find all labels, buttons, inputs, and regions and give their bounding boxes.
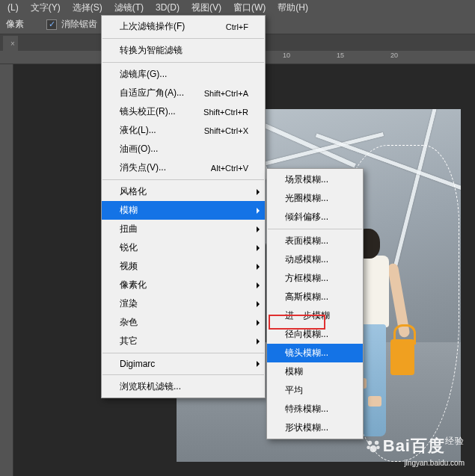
- svg-point-2: [367, 446, 370, 450]
- chevron-right-icon: [257, 301, 260, 307]
- submenu-field-blur[interactable]: 场景模糊...: [267, 170, 363, 189]
- menu-3d[interactable]: 3D(D): [150, 1, 186, 14]
- menu-video[interactable]: 视频: [102, 257, 265, 276]
- menu-separator: [268, 229, 362, 229]
- menu-layer[interactable]: (L): [1, 1, 25, 14]
- menu-view[interactable]: 视图(V): [186, 0, 227, 16]
- watermark: Bai百度经验 jingyan.baidu.com: [365, 435, 465, 467]
- menu-liquify[interactable]: 液化(L)...Shift+Ctrl+X: [102, 121, 265, 140]
- blur-submenu: 场景模糊... 光圈模糊... 倾斜偏移... 表面模糊... 动感模糊... …: [266, 168, 364, 439]
- menu-other[interactable]: 其它: [102, 332, 265, 350]
- menu-separator: [102, 353, 264, 353]
- sample-label: 像素: [6, 18, 24, 31]
- menu-adaptive-wide[interactable]: 自适应广角(A)...Shift+Ctrl+A: [102, 84, 265, 102]
- svg-point-0: [367, 441, 372, 445]
- menu-vanishing-point[interactable]: 消失点(V)...Alt+Ctrl+V: [102, 158, 265, 177]
- paw-icon: [365, 438, 381, 454]
- menu-window[interactable]: 窗口(W): [227, 0, 272, 16]
- chevron-right-icon: [257, 339, 260, 344]
- submenu-tilt-shift[interactable]: 倾斜偏移...: [267, 208, 363, 226]
- menu-oil-paint[interactable]: 油画(O)...: [102, 140, 265, 158]
- chevron-right-icon: [257, 189, 260, 195]
- submenu-iris-blur[interactable]: 光圈模糊...: [267, 189, 363, 208]
- chevron-right-icon: [257, 208, 260, 214]
- submenu-lens-blur[interactable]: 镜头模糊...: [267, 344, 363, 362]
- ruler-vertical: [0, 64, 13, 476]
- chevron-right-icon: [257, 226, 260, 232]
- close-icon[interactable]: ×: [10, 40, 15, 48]
- svg-point-4: [370, 445, 376, 452]
- chevron-right-icon: [257, 245, 260, 251]
- menu-browse-online[interactable]: 浏览联机滤镜...: [102, 377, 265, 396]
- submenu-blur[interactable]: 模糊: [267, 362, 363, 381]
- menu-separator: [102, 374, 264, 375]
- submenu-shape-blur[interactable]: 形状模糊...: [267, 418, 363, 437]
- submenu-motion-blur[interactable]: 动感模糊...: [267, 250, 363, 269]
- menu-last-filter[interactable]: 上次滤镜操作(F)Ctrl+F: [102, 17, 265, 36]
- menu-digimarc[interactable]: Digimarc: [102, 356, 265, 372]
- submenu-surface-blur[interactable]: 表面模糊...: [267, 232, 363, 250]
- svg-point-3: [376, 446, 380, 450]
- submenu-smart-blur[interactable]: 特殊模糊...: [267, 400, 363, 418]
- antialias-checkbox[interactable]: ✓: [46, 19, 57, 30]
- menu-filter[interactable]: 滤镜(T): [108, 0, 150, 16]
- document-tab[interactable]: ×: [3, 36, 18, 51]
- menu-sharpen[interactable]: 锐化: [102, 238, 265, 257]
- menu-convert-smart[interactable]: 转换为智能滤镜: [102, 41, 265, 60]
- menu-select[interactable]: 选择(S): [67, 0, 108, 16]
- menu-distort[interactable]: 扭曲: [102, 220, 265, 238]
- menubar: (L) 文字(Y) 选择(S) 滤镜(T) 3D(D) 视图(V) 窗口(W) …: [0, 0, 475, 15]
- submenu-average[interactable]: 平均: [267, 381, 363, 400]
- ruler-tick: 20: [390, 52, 398, 59]
- chevron-right-icon: [257, 264, 260, 270]
- submenu-box-blur[interactable]: 方框模糊...: [267, 269, 363, 288]
- menu-help[interactable]: 帮助(H): [272, 0, 314, 16]
- submenu-blur-more[interactable]: 进一步模糊: [267, 306, 363, 325]
- menu-noise[interactable]: 杂色: [102, 313, 265, 332]
- ruler-tick: 15: [337, 52, 344, 59]
- menu-separator: [102, 38, 264, 39]
- menu-filter-gallery[interactable]: 滤镜库(G)...: [102, 65, 265, 84]
- menu-pixelate[interactable]: 像素化: [102, 276, 265, 294]
- menu-separator: [102, 62, 264, 63]
- menu-type[interactable]: 文字(Y): [25, 0, 67, 16]
- chevron-right-icon: [257, 282, 260, 288]
- menu-stylize[interactable]: 风格化: [102, 182, 265, 201]
- menu-render[interactable]: 渲染: [102, 294, 265, 313]
- check-icon: ✓: [49, 20, 55, 28]
- menu-lens-correction[interactable]: 镜头校正(R)...Shift+Ctrl+R: [102, 102, 265, 121]
- filter-menu-dropdown: 上次滤镜操作(F)Ctrl+F 转换为智能滤镜 滤镜库(G)... 自适应广角(…: [101, 15, 266, 398]
- antialias-label: 消除锯齿: [61, 18, 97, 31]
- chevron-right-icon: [257, 320, 260, 326]
- submenu-gaussian-blur[interactable]: 高斯模糊...: [267, 288, 363, 306]
- submenu-radial-blur[interactable]: 径向模糊...: [267, 325, 363, 344]
- menu-blur[interactable]: 模糊: [102, 201, 265, 220]
- chevron-right-icon: [257, 361, 260, 367]
- menu-separator: [102, 179, 264, 180]
- svg-point-1: [375, 441, 379, 445]
- ruler-tick: 10: [283, 52, 290, 59]
